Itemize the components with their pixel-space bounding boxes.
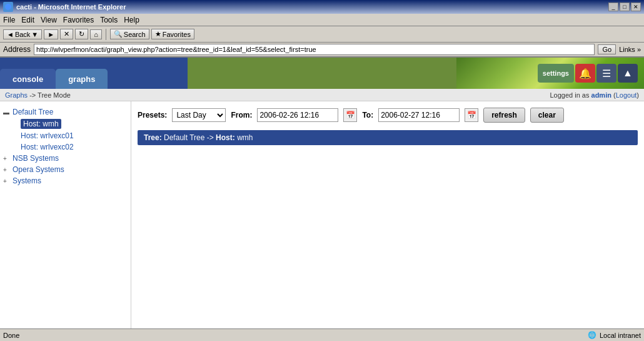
menu-file[interactable]: File (3, 16, 15, 24)
favorites-button[interactable]: ★ Favorites (151, 29, 194, 39)
list-icon: ☰ (602, 68, 611, 79)
tab-console[interactable]: console (0, 69, 56, 89)
tree-toggle-opera: + (3, 166, 11, 173)
bell-icon: 🔔 (579, 68, 591, 79)
breadcrumb-separator: -> (29, 91, 36, 99)
menu-favorites[interactable]: Favorites (63, 16, 94, 24)
tree-item-host-wmh[interactable]: Host: wmh (8, 118, 128, 130)
back-label: Back (15, 31, 30, 38)
refresh-browser-button[interactable]: ↻ (75, 29, 88, 39)
back-dropdown-icon: ▼ (31, 31, 38, 38)
list-icon-button[interactable]: ☰ (596, 64, 616, 83)
status-right: 🌐 Local intranet (588, 331, 641, 339)
tree-result-host-name: wmh (237, 133, 253, 142)
search-button[interactable]: 🔍 Search (110, 29, 149, 39)
tree-result-arrow: -> (207, 133, 214, 142)
header-icons: settings 🔔 ☰ ▲ (538, 64, 638, 83)
tree-item-default-tree[interactable]: ▬ Default Tree (3, 106, 128, 118)
calendar-icon-from: 📅 (346, 111, 355, 120)
from-label: From: (231, 111, 252, 120)
logout-link[interactable]: Logout (616, 91, 637, 99)
tree-item-host-wrlvexc01[interactable]: Host: wrlvexc01 (8, 130, 128, 141)
from-date-input[interactable] (257, 108, 338, 122)
from-calendar-button[interactable]: 📅 (343, 108, 357, 122)
toolbar-separator-1 (106, 29, 106, 40)
address-label: Address (3, 45, 31, 54)
menu-bar: File Edit View Favorites Tools Help (0, 14, 644, 26)
calendar-icon-to: 📅 (467, 111, 476, 120)
tree-result-name: Default Tree (164, 133, 204, 142)
back-arrow-icon: ◄ (7, 31, 14, 38)
login-info: Logged in as admin (Logout) (550, 91, 639, 99)
window-controls: _ □ ✕ (608, 3, 641, 11)
title-bar: cacti - Microsoft Internet Explorer _ □ … (0, 0, 644, 14)
app-icon (3, 2, 13, 12)
host-wmh-label[interactable]: Host: wmh (21, 119, 61, 129)
status-bar: Done 🌐 Local intranet (0, 328, 644, 341)
search-label: Search (124, 31, 146, 38)
to-date-input[interactable] (378, 108, 460, 122)
to-label: To: (362, 111, 373, 120)
home-button[interactable]: ⌂ (90, 29, 102, 39)
breadcrumb-graphs-link[interactable]: Graphs (5, 91, 28, 99)
menu-view[interactable]: View (41, 16, 57, 24)
presets-label: Presets: (138, 111, 167, 120)
status-text: Done (3, 332, 19, 339)
opera-systems-label[interactable]: Opera Systems (13, 165, 64, 174)
back-button[interactable]: ◄ Back ▼ (3, 29, 42, 39)
tree-group-default: Host: wmh Host: wrlvexc01 Host: wrlvexc0… (3, 118, 128, 153)
cacti-tabs: console graphs (0, 58, 108, 89)
forward-button[interactable]: ► (44, 29, 58, 39)
default-tree-label[interactable]: Default Tree (13, 108, 53, 116)
menu-edit[interactable]: Edit (21, 16, 34, 24)
menu-tools[interactable]: Tools (100, 16, 118, 24)
breadcrumb-bar: Graphs -> Tree Mode Logged in as admin (… (0, 89, 644, 101)
address-bar: Address Go Links » (0, 43, 644, 58)
breadcrumb: Graphs -> Tree Mode (5, 91, 71, 99)
to-calendar-button[interactable]: 📅 (465, 108, 478, 122)
window-title: cacti - Microsoft Internet Explorer (16, 3, 126, 11)
menu-help[interactable]: Help (124, 16, 139, 24)
tree-result-row: Tree: Default Tree -> Host: wmh (138, 130, 638, 145)
clear-button[interactable]: clear (530, 108, 564, 123)
zone-icon: 🌐 (588, 331, 596, 339)
tree-result-host-label: Host: (216, 133, 235, 142)
main-content: Presets: Last DayLast WeekLast MonthLast… (131, 101, 644, 341)
zone-text: Local intranet (600, 332, 641, 339)
filter-row: Presets: Last DayLast WeekLast MonthLast… (138, 108, 638, 123)
tree-item-opera-systems[interactable]: + Opera Systems (3, 164, 128, 175)
minimize-button[interactable]: _ (608, 3, 618, 11)
nsb-systems-label[interactable]: NSB Systems (13, 154, 59, 163)
close-button[interactable]: ✕ (631, 3, 641, 11)
cacti-header: console graphs settings 🔔 ☰ ▲ (0, 58, 644, 89)
go-button[interactable]: Go (598, 44, 616, 54)
presets-select[interactable]: Last DayLast WeekLast MonthLast Year (172, 108, 226, 122)
favorites-star-icon: ★ (155, 30, 161, 38)
stop-button[interactable]: ✕ (60, 29, 73, 39)
tree-toggle-nsb: + (3, 155, 11, 162)
tree-result-prefix: Tree: (144, 133, 162, 142)
tab-graphs[interactable]: graphs (56, 69, 108, 89)
chart-icon-button[interactable]: ▲ (618, 64, 638, 83)
settings-button[interactable]: settings (538, 64, 574, 83)
favorites-label: Favorites (163, 31, 191, 38)
maximize-button[interactable]: □ (620, 3, 630, 11)
login-prefix: Logged in as (550, 91, 589, 99)
systems-label[interactable]: Systems (13, 176, 41, 185)
alert-icon-button[interactable]: 🔔 (575, 64, 595, 83)
tree-item-systems[interactable]: + Systems (3, 175, 128, 186)
tree-toggle-default: ▬ (3, 109, 11, 116)
search-icon: 🔍 (114, 30, 123, 38)
sidebar: ▬ Default Tree Host: wmh Host: wrlvexc01… (0, 101, 131, 341)
chart-icon: ▲ (623, 68, 633, 79)
host-wrlvexc02-label[interactable]: Host: wrlvexc02 (21, 143, 74, 151)
address-input[interactable] (34, 44, 595, 55)
tree-item-nsb-systems[interactable]: + NSB Systems (3, 153, 128, 164)
links-button[interactable]: Links » (619, 46, 641, 53)
host-wrlvexc01-label[interactable]: Host: wrlvexc01 (21, 131, 74, 140)
refresh-button[interactable]: refresh (483, 108, 525, 123)
breadcrumb-current: Tree Mode (38, 91, 71, 99)
tree-item-host-wrlvexc02[interactable]: Host: wrlvexc02 (8, 141, 128, 153)
toolbar: ◄ Back ▼ ► ✕ ↻ ⌂ 🔍 Search ★ Favorites (0, 26, 644, 43)
svg-point-0 (5, 4, 11, 10)
